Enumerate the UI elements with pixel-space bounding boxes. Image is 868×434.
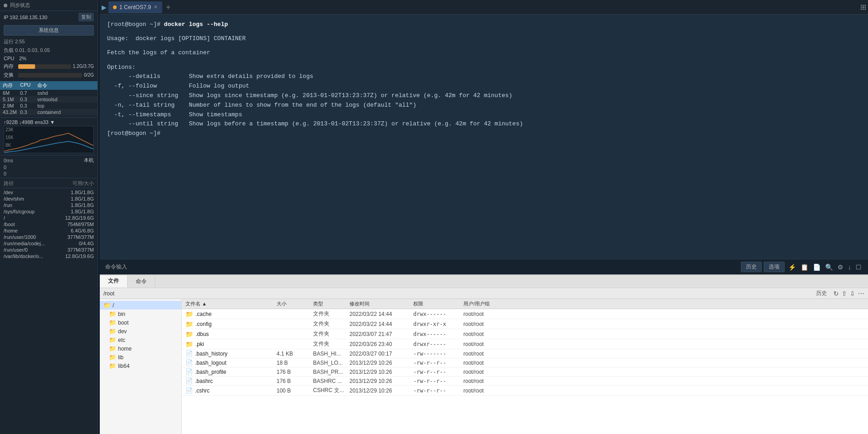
lightning-icon[interactable]: ⚡ [787, 263, 797, 272]
upload-button[interactable]: ⇧ [842, 290, 847, 297]
disk-size: 1.8G/1.8G [71, 202, 94, 208]
file-cell-perm: -rw-r--r-- [413, 360, 463, 366]
file-name: .bash_history [195, 351, 227, 357]
tab-close-icon[interactable]: ✕ [154, 4, 158, 10]
folder-icon: 📁 [185, 331, 193, 338]
tab-grid-icon[interactable]: ⊞ [860, 3, 866, 11]
file-cell-perm: -rw-r--r-- [413, 378, 463, 384]
history-button[interactable]: 历史 [741, 262, 762, 272]
tab-command[interactable]: 命令 [128, 275, 155, 288]
sidebar: 同步状态 IP 192.168.135.130 复制 系统信息 运行 2:55 … [0, 0, 98, 434]
folder-tree-icon: 📁 [109, 354, 116, 361]
tree-item-label: home [118, 346, 132, 352]
folder-tree-icon: 📁 [109, 362, 116, 369]
search-icon[interactable]: 🔍 [824, 263, 834, 272]
file-row[interactable]: 📄.bash_profile 176 B BASH_PR... 2013/12/… [182, 367, 868, 377]
terminal-line [107, 30, 861, 34]
file-row[interactable]: 📄.bashrc 176 B BASHRC ... 2013/12/29 10:… [182, 377, 868, 386]
tab-file-label: 文件 [108, 277, 119, 285]
folder-tree-icon: 📁 [103, 302, 111, 309]
more-button[interactable]: ⋯ [858, 290, 864, 297]
paste-icon[interactable]: 📄 [812, 263, 822, 272]
file-cell-mtime: 2022/03/27 00:17 [349, 351, 413, 357]
file-cell-owner: root/root [463, 351, 509, 357]
tree-item[interactable]: 📁etc [100, 336, 181, 344]
download-path-button[interactable]: ⇩ [850, 290, 855, 297]
terminal-command: docker logs --help [164, 21, 228, 28]
tree-item[interactable]: 📁lib [100, 353, 181, 362]
cpu-value: 2% [19, 56, 26, 61]
file-cell-name: 📄.bash_logout [185, 359, 277, 366]
tree-item[interactable]: 📁lib64 [100, 362, 181, 370]
terminal-toolbar: 命令输入 历史 选项 ⚡ 📋 📄 🔍 ⚙ ↓ ☐ [100, 259, 868, 274]
tab-file[interactable]: 文件 [100, 275, 128, 288]
tree-item[interactable]: 📁bin [100, 310, 181, 318]
proc-cmd: vmtoolsd [37, 97, 95, 102]
file-cell-type: 文件夹 [313, 310, 349, 318]
col-header-mtime: 修改时间 [349, 300, 413, 307]
file-row[interactable]: 📁.config 文件夹 2022/03/22 14:44 drwxr-xr-x… [182, 319, 868, 329]
file-cell-name: 📁.config [185, 320, 277, 328]
latency-row-3: 0 [4, 170, 94, 177]
col-header-name[interactable]: 文件名 ▲ [185, 300, 277, 307]
tab-add-button[interactable]: + [163, 3, 173, 11]
file-row[interactable]: 📄.cshrc 100 B CSHRC 文... 2013/12/29 10:2… [182, 386, 868, 396]
disk-size: 0/4.4G [79, 241, 94, 246]
file-list: 📁.cache 文件夹 2022/03/22 14:44 drwx------ … [182, 309, 868, 396]
sync-status-row: 同步状态 [0, 0, 98, 11]
proc-mem: 43.2M [3, 109, 19, 115]
proc-cmd: top [37, 103, 95, 108]
file-row[interactable]: 📁.dbus 文件夹 2022/03/07 21:47 drwx------ r… [182, 329, 868, 339]
uptime-row: 运行 2:55 [0, 37, 98, 46]
col-header-type: 类型 [313, 300, 349, 307]
sysinfo-button[interactable]: 系统信息 [4, 25, 94, 36]
file-cell-type: CSHRC 文... [313, 387, 349, 394]
file-cell-type: 文件夹 [313, 320, 349, 328]
copy-icon[interactable]: 📋 [800, 263, 809, 272]
file-cell-name: 📁.pki [185, 341, 277, 348]
disk-path: /home [4, 228, 63, 233]
file-cell-name: 📁.cache [185, 310, 277, 318]
swap-bar-bg [18, 73, 82, 78]
file-row[interactable]: 📄.bash_logout 18 B BASH_LO... 2013/12/29… [182, 358, 868, 367]
tree-item[interactable]: 📁/ [100, 301, 181, 310]
disk-path: /run [4, 202, 63, 208]
folder-tree-icon: 📁 [109, 345, 116, 352]
settings-icon[interactable]: ⚙ [837, 263, 844, 272]
nav-back-icon[interactable]: ▶ [102, 4, 107, 11]
file-cell-size: 176 B [277, 369, 313, 375]
refresh-button[interactable]: ↻ [833, 290, 839, 297]
file-cell-owner: root/root [463, 378, 509, 384]
copy-ip-button[interactable]: 复制 [78, 13, 94, 21]
terminal-output[interactable]: [root@bogon ~]# docker logs --help Usage… [100, 15, 868, 259]
tree-item[interactable]: 📁home [100, 344, 181, 353]
file-row[interactable]: 📁.cache 文件夹 2022/03/22 14:44 drwx------ … [182, 309, 868, 319]
tab-centos[interactable]: 1 CentOS7.9 ✕ [108, 1, 162, 13]
tree-item[interactable]: 📁boot [100, 318, 181, 327]
options-button[interactable]: 选项 [764, 262, 785, 272]
fullscreen-icon[interactable]: ☐ [855, 263, 863, 272]
tab-label: 1 CentOS7.9 [119, 4, 151, 10]
file-row[interactable]: 📄.bash_history 4.1 KB BASH_HI... 2022/03… [182, 349, 868, 358]
col-header-size: 大小 [277, 300, 313, 307]
swap-row: 交换 0/2G [0, 71, 98, 79]
network-title: ↑922B ↓498B ens33 ▼ [4, 119, 94, 125]
download-icon[interactable]: ↓ [847, 263, 852, 272]
disk-size: 754M/975M [67, 222, 94, 227]
folder-tree-icon: 📁 [109, 336, 116, 343]
tree-item[interactable]: 📁dev [100, 327, 181, 336]
disk-size: 377M/377M [67, 234, 94, 240]
file-row[interactable]: 📁.pki 文件夹 2022/03/26 23:40 drwxr----- ro… [182, 339, 868, 349]
disk-path: / [4, 215, 63, 221]
ip-row: IP 192.168.135.130 复制 [0, 11, 98, 23]
tree-item-label: / [113, 302, 114, 309]
file-cell-mtime: 2022/03/07 21:47 [349, 331, 413, 337]
disk-path: /var/lib/docker/o... [4, 253, 63, 259]
swap-value: 0/2G [84, 72, 94, 78]
tree-item-label: lib64 [118, 363, 129, 369]
file-cell-type: BASHRC ... [313, 378, 349, 384]
cmd-input-label: 命令输入 [105, 263, 127, 271]
file-cell-perm: -rw------- [413, 351, 463, 357]
mem-bar-fill [18, 64, 35, 69]
file-cell-mtime: 2022/03/26 23:40 [349, 341, 413, 347]
